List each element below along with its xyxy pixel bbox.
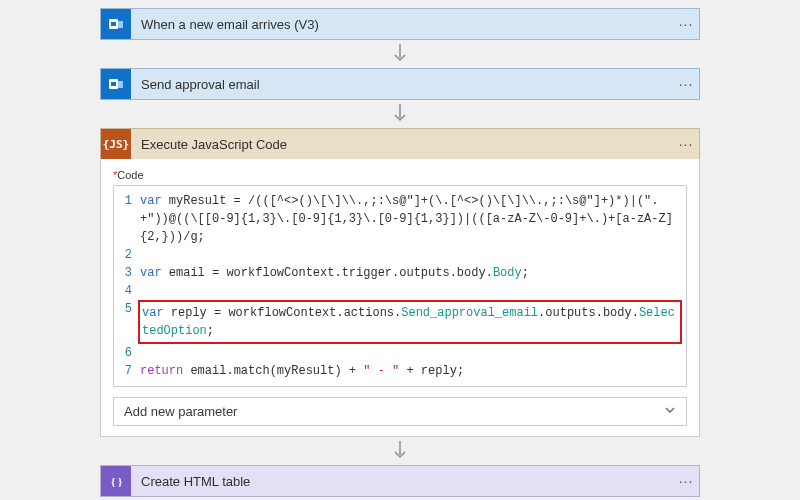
line-number: 2: [114, 246, 140, 264]
more-icon[interactable]: ···: [673, 76, 699, 92]
outlook-icon: [101, 69, 131, 99]
flow-step-title: Send approval email: [131, 77, 673, 92]
add-parameter-dropdown[interactable]: Add new parameter: [113, 397, 687, 426]
js-icon: {JS}: [101, 129, 131, 159]
highlighted-code-line: var reply = workflowContext.actions.Send…: [138, 300, 682, 344]
more-icon[interactable]: ···: [673, 136, 699, 152]
execute-js-details: *Code 1 var myResult = /(([^<>()\[\]\\.,…: [100, 159, 700, 437]
code-line: return email.match(myResult) + " - " + r…: [140, 362, 680, 380]
code-line: var myResult = /(([^<>()\[\]\\.,;:\s@"]+…: [140, 192, 680, 246]
flow-step-trigger[interactable]: When a new email arrives (V3) ···: [100, 8, 700, 40]
outlook-icon: [101, 9, 131, 39]
code-editor[interactable]: 1 var myResult = /(([^<>()\[\]\\.,;:\s@"…: [113, 185, 687, 387]
flow-step-title: Execute JavaScript Code: [131, 137, 673, 152]
more-icon[interactable]: ···: [673, 16, 699, 32]
svg-text:{ }: { }: [111, 475, 122, 487]
line-number: 6: [114, 344, 140, 362]
flow-step-execute-js[interactable]: {JS} Execute JavaScript Code ···: [100, 128, 700, 159]
line-number: 1: [114, 192, 140, 210]
line-number: 5: [114, 300, 140, 318]
flow-step-create-table[interactable]: { } Create HTML table ···: [100, 465, 700, 497]
line-number: 7: [114, 362, 140, 380]
code-line: var email = workflowContext.trigger.outp…: [140, 264, 680, 282]
connector-arrow: [392, 441, 408, 461]
code-field-label: *Code: [113, 169, 687, 181]
line-number: 4: [114, 282, 140, 300]
dataops-icon: { }: [101, 466, 131, 496]
flow-step-title: Create HTML table: [131, 474, 673, 489]
connector-arrow: [392, 104, 408, 124]
flow-step-send-approval[interactable]: Send approval email ···: [100, 68, 700, 100]
flow-step-title: When a new email arrives (V3): [131, 17, 673, 32]
svg-rect-4: [111, 82, 116, 86]
svg-rect-1: [111, 22, 116, 26]
add-parameter-label: Add new parameter: [124, 404, 237, 419]
more-icon[interactable]: ···: [673, 473, 699, 489]
chevron-down-icon: [664, 404, 676, 419]
connector-arrow: [392, 44, 408, 64]
line-number: 3: [114, 264, 140, 282]
